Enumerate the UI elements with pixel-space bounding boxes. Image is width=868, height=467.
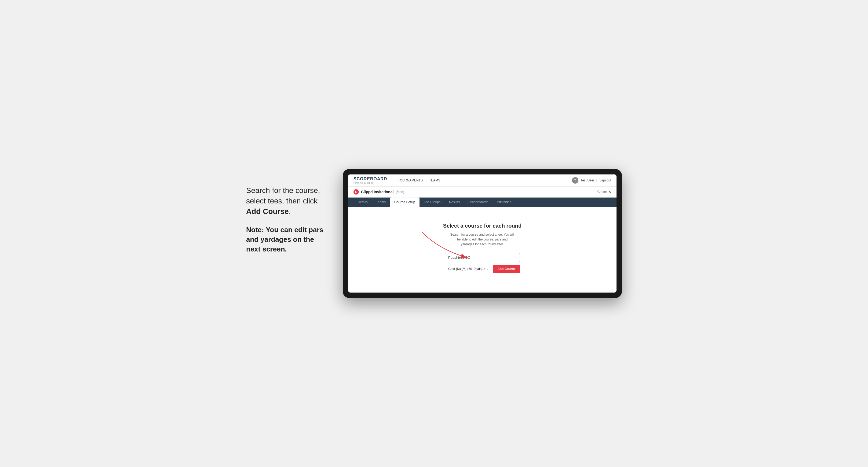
tab-leaderboards[interactable]: Leaderboards: [464, 197, 493, 207]
add-course-button[interactable]: Add Course: [493, 265, 520, 273]
instruction-note: Note: You can edit pars and yardages on …: [246, 225, 327, 254]
instruction-bold: Add Course: [246, 207, 289, 216]
tab-printables[interactable]: Printables: [493, 197, 515, 207]
user-name: Test User: [581, 179, 594, 182]
tablet-screen: SCOREBOARD Powered by clippd TOURNAMENTS…: [348, 175, 617, 292]
tournament-title: C Clippd Invitational (Men): [353, 189, 404, 195]
tab-navigation: Details Teams Course Setup Tee Groups Re…: [348, 197, 617, 207]
tab-teams[interactable]: Teams: [372, 197, 390, 207]
tee-select[interactable]: Gold (M) (M) (7010 yds): [445, 264, 486, 273]
main-content: Select a course for each round Search fo…: [348, 207, 617, 292]
clippd-icon: C: [353, 189, 359, 195]
tournament-gender: (Men): [396, 190, 404, 194]
course-search-input[interactable]: [445, 253, 520, 262]
nav-separator: |: [596, 179, 597, 182]
user-avatar: T: [572, 177, 579, 184]
nav-tournaments[interactable]: TOURNAMENTS: [398, 178, 423, 183]
sign-out-link[interactable]: Sign out: [599, 179, 611, 182]
nav-links: TOURNAMENTS TEAMS: [398, 178, 440, 183]
tournament-name: Clippd Invitational: [361, 190, 394, 194]
instruction-main: Search for the course, select tees, then…: [246, 185, 327, 217]
brand-name: SCOREBOARD: [353, 177, 387, 181]
nav-right: T Test User | Sign out: [572, 177, 611, 184]
annotation-arrow: [348, 207, 617, 292]
tablet-device: SCOREBOARD Powered by clippd TOURNAMENTS…: [343, 169, 622, 298]
top-nav: SCOREBOARD Powered by clippd TOURNAMENTS…: [348, 175, 617, 187]
tab-tee-groups[interactable]: Tee Groups: [420, 197, 445, 207]
brand-sub: Powered by clippd: [353, 181, 387, 184]
cancel-button[interactable]: Cancel ✕: [597, 190, 611, 194]
nav-teams[interactable]: TEAMS: [429, 178, 440, 183]
select-course-desc: Search for a course and select a tee. Yo…: [450, 232, 515, 247]
tab-results[interactable]: Results: [445, 197, 464, 207]
close-icon: ✕: [609, 190, 611, 194]
tab-course-setup[interactable]: Course Setup: [390, 197, 420, 207]
course-form: Gold (M) (M) (7010 yds) Add Course: [445, 253, 520, 273]
instruction-panel: Search for the course, select tees, then…: [246, 169, 327, 262]
tab-details[interactable]: Details: [353, 197, 372, 207]
tee-select-wrapper: Gold (M) (M) (7010 yds): [445, 264, 491, 273]
select-course-title: Select a course for each round: [443, 223, 522, 229]
brand: SCOREBOARD Powered by clippd: [353, 177, 387, 184]
tee-select-row: Gold (M) (M) (7010 yds) Add Course: [445, 264, 520, 273]
tournament-header: C Clippd Invitational (Men) Cancel ✕: [348, 187, 617, 197]
